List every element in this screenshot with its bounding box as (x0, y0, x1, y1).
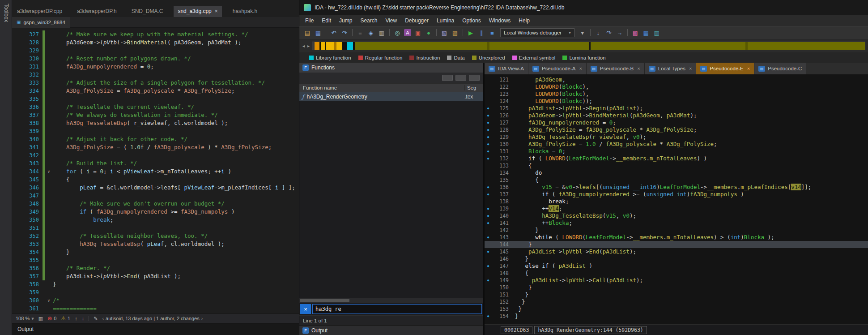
pseudocode-line-131[interactable]: ●131 Blocka = 0; (485, 148, 868, 155)
code-line-338[interactable]: 338 hA3Dg_TesselateBsp( r_viewleaf, cl.w… (12, 119, 299, 127)
function-row[interactable]: ƒhA3Dg_RenderGeometry.tex (299, 92, 483, 101)
scrollbar-thumb[interactable] (300, 299, 349, 302)
code-line-330[interactable]: 330 /* Reset number of polygons drawn. *… (12, 55, 299, 63)
pseudocode-line-149[interactable]: ●149 pA3dList->lpVtbl->Call(pA3dList); (485, 277, 868, 284)
code-line-331[interactable]: 331 fA3Dg_numpolyrendered = 0; (12, 63, 299, 71)
tab-a3dwrapperdp-cpp[interactable]: a3dwrapperDP.cpp (13, 6, 66, 17)
tab-gspn-win32-8684[interactable]: ▣ gspn_win32_8684 (12, 17, 70, 28)
tab-pseudocode-a[interactable]: ▤Pseudocode-A× (528, 63, 587, 74)
chevron-right-icon[interactable]: › (201, 316, 203, 321)
horizontal-scrollbar[interactable] (299, 298, 483, 303)
pseudocode-line-130[interactable]: ●130 A3Dg_fPolySize = 1.0 / fA3Dg_polysc… (485, 141, 868, 148)
code-line-358[interactable]: 358} (12, 280, 299, 288)
pseudocode-line-140[interactable]: ●140 hA3Dg_TesselateBsp(v15, v0); (485, 212, 868, 219)
code-line-360[interactable]: 360∨/* (12, 296, 299, 305)
column-function-name[interactable]: Function name (299, 85, 464, 90)
pseudocode-line-154[interactable]: ●154} (485, 313, 868, 320)
output-window-tab[interactable]: F Output (299, 325, 483, 335)
column-segment[interactable]: Seg (464, 85, 483, 90)
code-line-350[interactable]: 350 break; (12, 216, 299, 224)
structures-icon[interactable]: ▥ (378, 30, 386, 36)
toolbox-tab[interactable]: Toolbox (3, 4, 9, 22)
fold-marker-icon[interactable]: ∨ (45, 296, 53, 305)
back-icon[interactable]: ↶ (330, 30, 338, 36)
next-issue-icon[interactable]: ↓ (82, 316, 85, 321)
pseudocode-line-151[interactable]: 151 } (485, 291, 868, 298)
code-line-356[interactable]: 356 /* Render. */ (12, 264, 299, 272)
pseudocode-line-148[interactable]: 148 { (485, 270, 868, 277)
modules-icon[interactable]: ▦ (642, 30, 650, 36)
code-line-339[interactable]: 339 (12, 127, 299, 135)
pseudocode-line-141[interactable]: ●141 ++Blocka; (485, 219, 868, 227)
pseudocode-line-145[interactable]: ●145 pA3dList->lpVtbl->End(pA3dList); (485, 248, 868, 255)
pseudocode-view[interactable]: 121 pA3dGeom,122 LODWORD(Blockc),123 LOD… (485, 74, 868, 324)
code-line-334[interactable]: 334 A3Dg_fPolySize = fA3Dg_polyscale * A… (12, 87, 299, 95)
pseudocode-line-129[interactable]: ●129 hA3Dg_TesselateBsp(r_viewleaf, v0); (485, 133, 868, 141)
open-file-icon[interactable]: ▤ (303, 30, 311, 36)
functions-panel-button[interactable] (442, 75, 453, 81)
filter-input[interactable]: ha3dg_re (312, 304, 482, 314)
close-tab-icon[interactable]: × (579, 66, 582, 71)
code-line-340[interactable]: 340 /* Adjust it back for other code. */ (12, 135, 299, 143)
pseudocode-line-125[interactable]: ●125 pA3dList->lpVtbl->Begin(pA3dList); (485, 105, 868, 112)
pseudocode-line-123[interactable]: 123 LODWORD(Blockc), (485, 90, 868, 98)
pseudocode-line-153[interactable]: 153 } (485, 305, 868, 313)
navband-right-icon[interactable]: ▸ (307, 43, 310, 48)
tab-pseudocode-e[interactable]: ▤Pseudocode-E× (696, 63, 754, 74)
functions-panel-title[interactable]: F Functions (299, 63, 483, 73)
pseudocode-line-139[interactable]: ●139 ++v14; (485, 205, 868, 212)
search-icon[interactable]: ◎ (393, 30, 401, 36)
code-line-333[interactable]: 333 /* Adjust the size of a single polyg… (12, 79, 299, 87)
pseudocode-line-152[interactable]: 152 } (485, 298, 868, 305)
code-line-343[interactable]: 343 /* Build the list. */ (12, 159, 299, 168)
text-view-icon[interactable]: ≡ (356, 30, 364, 36)
code-line-327[interactable]: 327 /* Make sure we keep up with the mat… (12, 30, 299, 39)
menu-search[interactable]: Search (356, 17, 381, 24)
functions-panel-close-button[interactable] (469, 75, 480, 81)
pseudocode-line-150[interactable]: 150 } (485, 284, 868, 291)
pseudocode-line-144[interactable]: 144 } (485, 241, 868, 248)
code-line-335[interactable]: 335 (12, 95, 299, 103)
fold-marker-icon[interactable]: ∨ (45, 168, 53, 176)
code-line-329[interactable]: 329 (12, 47, 299, 55)
code-line-361[interactable]: 361============= (12, 305, 299, 313)
run-until-icon[interactable]: → (616, 30, 624, 36)
ida-title-bar[interactable]: IDA - hw_722.dll.idb (hw.dll) Z:\skid st… (299, 0, 868, 15)
debugger-caret-icon[interactable]: ▾ (579, 30, 587, 36)
graph-view-icon[interactable]: ◈ (367, 30, 375, 36)
debugger-selector[interactable]: Local Windows debugger▾ (500, 28, 574, 37)
tab-a3dwrapperdp-h[interactable]: a3dwrapperDP.h (73, 6, 121, 17)
tab-snd-dma-c[interactable]: SND_DMA.C (128, 6, 167, 17)
tab-pseudocode-c[interactable]: ▤Pseudocode-C (754, 63, 806, 74)
threads-icon[interactable]: ▥ (653, 30, 661, 36)
code-editor[interactable]: 327 /* Make sure we keep up with the mat… (12, 28, 299, 314)
code-line-354[interactable]: 354 } (12, 248, 299, 256)
functions-list[interactable]: ƒhA3Dg_RenderGeometry.tex (299, 92, 483, 298)
pseudocode-line-147[interactable]: ●147 else if ( pA3dList ) (485, 262, 868, 270)
pseudocode-line-143[interactable]: ●143 while ( LOWORD(LeafForModel->__memb… (485, 234, 868, 241)
code-line-359[interactable]: 359 (12, 288, 299, 296)
step-over-icon[interactable]: ↷ (605, 30, 613, 36)
clear-filter-button[interactable]: × (300, 304, 311, 314)
step-into-icon[interactable]: ↓ (594, 30, 602, 36)
code-line-353[interactable]: 353 hA3Dg_TesselateBsp( pLeaf, cl.worldm… (12, 240, 299, 248)
code-line-352[interactable]: 352 /* Tessellate neighbor leaves, too. … (12, 232, 299, 240)
warning-indicator[interactable]: ⚠ 1 (61, 315, 70, 322)
code-line-332[interactable]: 332 (12, 71, 299, 79)
close-tab-icon[interactable]: × (215, 6, 218, 17)
stop-icon[interactable]: ■ (488, 30, 496, 36)
functions-panel-button[interactable] (455, 75, 466, 81)
pause-icon[interactable]: ∥ (477, 30, 485, 36)
data-icon[interactable]: ▣ (414, 30, 422, 36)
run-icon[interactable]: ▶ (467, 30, 475, 36)
close-tab-icon[interactable]: × (689, 66, 692, 71)
pseudocode-line-142[interactable]: 142 } (485, 227, 868, 234)
menu-lumina[interactable]: Lumina (433, 17, 458, 24)
code-line-328[interactable]: 328 pA3dGeom->lpVtbl->BindMaterial( pA3d… (12, 39, 299, 47)
code-line-347[interactable]: 347 (12, 192, 299, 200)
code-line-345[interactable]: 345 { (12, 176, 299, 184)
code-line-337[interactable]: 337 /* We always do tessellation in imme… (12, 111, 299, 119)
code-line-349[interactable]: 349 if ( fA3Dg_numpolyrendered >= fA3Dg_… (12, 208, 299, 216)
pseudocode-line-133[interactable]: 133 { (485, 162, 868, 169)
pseudocode-line-132[interactable]: ●132 if ( LOWORD(LeafForModel->__members… (485, 155, 868, 162)
